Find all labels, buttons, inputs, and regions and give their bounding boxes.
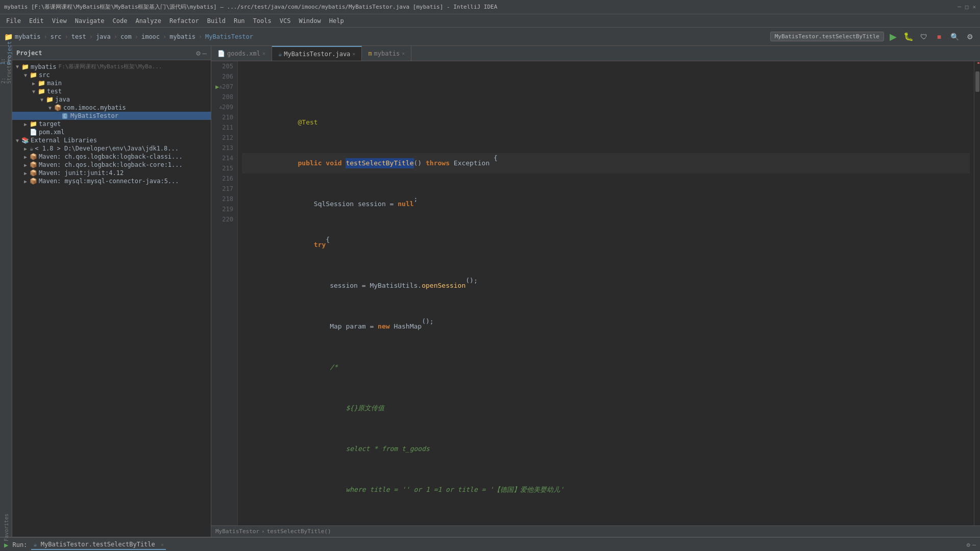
code-editor[interactable]: 205 206 ▶ ⚠ 207 208 ⚠ 209 210 211 212 21…	[211, 61, 980, 525]
coverage-button[interactable]: 🛡	[918, 31, 930, 43]
debug-button[interactable]: 🐛	[902, 31, 915, 43]
gutter-211: 211	[215, 122, 233, 133]
run-icon: ▶	[4, 541, 8, 549]
run-settings-btn[interactable]: ⚙	[967, 541, 970, 548]
breadcrumb-com[interactable]: com	[120, 33, 132, 40]
favorites-icon[interactable]: Favorites	[1, 522, 11, 533]
maximize-btn[interactable]: □	[965, 4, 969, 10]
menu-tools[interactable]: Tools	[249, 16, 276, 26]
menu-navigate[interactable]: Navigate	[71, 16, 109, 26]
menu-help[interactable]: Help	[325, 16, 348, 26]
menu-analyze[interactable]: Analyze	[131, 16, 165, 26]
run-minimize-btn[interactable]: –	[972, 541, 976, 548]
menu-build[interactable]: Build	[203, 16, 230, 26]
code-content[interactable]: @Test public void testSelectByTitle() th…	[238, 61, 974, 525]
breadcrumb-class[interactable]: MyBatisTestor	[205, 33, 253, 40]
tree-testor-label: MyBatisTestor	[70, 112, 118, 119]
left-sidebar: 1: Project 2: Structure Favorites	[0, 46, 12, 537]
tree-jdk[interactable]: ▶ ☕ < 1.8 > D:\Developer\env\Java\jdk1.8…	[12, 144, 211, 153]
settings-button[interactable]: ⚙	[964, 31, 976, 43]
minimize-btn[interactable]: ─	[958, 4, 961, 10]
run-tab-label: MyBatisTestor.testSelectByTitle	[41, 541, 155, 548]
breadcrumb-class-name: MyBatisTestor	[215, 528, 259, 535]
run-tab-close[interactable]: ✕	[161, 542, 164, 547]
breadcrumb-test[interactable]: test	[71, 33, 86, 40]
run-marker-207: ▶	[215, 82, 219, 92]
run-config-selector[interactable]: MyBatisTestor.testSelectByTitle	[770, 32, 884, 41]
tab-goods-xml[interactable]: 📄 goods.xml ✕	[211, 46, 272, 61]
tree-java[interactable]: ▼ 📁 java	[12, 95, 211, 104]
tree-mybatis-path: F:\慕课网课程\MyBatis框架\MyBa...	[59, 63, 162, 70]
menu-code[interactable]: Code	[109, 16, 132, 26]
gutter-206: 206	[215, 71, 233, 82]
menu-view[interactable]: View	[48, 16, 71, 26]
close-btn[interactable]: ✕	[972, 4, 976, 10]
tree-arrow-package: ▼	[47, 105, 53, 111]
xml-icon-pom: 📄	[30, 129, 37, 136]
breadcrumb-java[interactable]: java	[96, 33, 111, 40]
menu-run[interactable]: Run	[230, 16, 249, 26]
breadcrumb-src[interactable]: src	[51, 33, 62, 40]
menu-vcs[interactable]: VCS	[276, 16, 295, 26]
search-button[interactable]: 🔍	[948, 31, 961, 43]
var-session2: session	[330, 281, 358, 291]
menu-window[interactable]: Window	[295, 16, 325, 26]
tree-ext-libs[interactable]: ▼ 📚 External Libraries	[12, 136, 211, 144]
project-settings-btn[interactable]: ⚙	[196, 49, 200, 57]
package-icon: 📦	[54, 104, 62, 111]
tree-main[interactable]: ▶ 📁 main	[12, 79, 211, 87]
editor-breadcrumb: MyBatisTestor › testSelectByTitle()	[211, 525, 980, 537]
comment-open-1: /*	[330, 362, 338, 372]
tree-junit[interactable]: ▶ 📦 Maven: junit:junit:4.12	[12, 169, 211, 177]
tree-mysql[interactable]: ▶ 📦 Maven: mysql:mysql-connector-java:5.…	[12, 177, 211, 185]
method-opensession: openSession	[422, 281, 465, 291]
tab-mybatistestor[interactable]: ☕ MyBatisTestor.java ✕	[272, 46, 362, 61]
run-tab-mybatistestor[interactable]: ☕ MyBatisTestor.testSelectByTitle ✕	[31, 540, 166, 550]
tree-mybatis-root[interactable]: ▼ 📁 mybatis F:\慕课网课程\MyBatis框架\MyBa...	[12, 62, 211, 71]
tree-src[interactable]: ▼ 📁 src	[12, 71, 211, 79]
tree-mybatistestor[interactable]: C MyBatisTestor	[12, 112, 211, 120]
comment-original: ${}原文传值	[346, 403, 384, 413]
type-exception: Exception	[454, 158, 489, 168]
var-session: session	[358, 199, 386, 209]
menu-edit[interactable]: Edit	[25, 16, 48, 26]
var-param: param	[346, 321, 365, 332]
kw-throws: throws	[426, 158, 450, 168]
kw-void: void	[326, 158, 341, 168]
structure-sidebar-icon[interactable]: 2: Structure	[1, 65, 11, 75]
breadcrumb-mybatis2[interactable]: mybatis	[169, 33, 195, 40]
menu-refactor[interactable]: Refactor	[165, 16, 203, 26]
breadcrumb-imooc[interactable]: imooc	[141, 33, 160, 40]
tree-logback-core[interactable]: ▶ 📦 Maven: ch.qos.logback:logback-core:1…	[12, 161, 211, 169]
code-line-211: Map param = new HashMap();	[242, 316, 970, 337]
tree-extlibs-label: External Libraries	[31, 137, 97, 144]
kw-public: public	[298, 158, 322, 168]
tree-arrow-jdk: ▶	[22, 146, 29, 152]
run-button[interactable]: ▶	[887, 31, 899, 43]
tab-goods-xml-close[interactable]: ✕	[262, 51, 265, 56]
gutter-208: 208	[215, 92, 233, 102]
run-label: Run:	[12, 541, 27, 548]
breadcrumb-mybatis[interactable]: mybatis	[15, 33, 41, 40]
tree-target[interactable]: ▶ 📁 target	[12, 120, 211, 128]
tab-goods-xml-label: goods.xml	[227, 50, 260, 57]
tree-package[interactable]: ▼ 📦 com.imooc.mybatis	[12, 104, 211, 112]
project-collapse-btn[interactable]: –	[203, 49, 207, 57]
project-panel: Project ⚙ – ▼ 📁 mybatis F:\慕课网课程\MyBatis…	[12, 46, 211, 537]
tab-mybatis[interactable]: m mybatis ✕	[362, 46, 411, 61]
tab-mybatis-close[interactable]: ✕	[402, 51, 405, 56]
menu-file[interactable]: File	[2, 16, 25, 26]
annotation-test: @Test	[298, 117, 318, 128]
title-bar: mybatis [F:\慕课网课程\MyBatis框架\MyBatis框架基入门…	[0, 0, 980, 14]
stop-button[interactable]: ■	[933, 31, 945, 43]
gutter-219: 219	[215, 204, 233, 214]
gutter-217: 217	[215, 184, 233, 194]
gutter-215: 215	[215, 163, 233, 173]
tree-logback-classic[interactable]: ▶ 📦 Maven: ch.qos.logback:logback-classi…	[12, 153, 211, 161]
tree-logback-classic-label: Maven: ch.qos.logback:logback-classi...	[39, 153, 183, 160]
tab-mybatistestor-close[interactable]: ✕	[352, 51, 355, 57]
type-mybatisutils: MyBatisUtils	[370, 281, 418, 291]
tree-test[interactable]: ▼ 📁 test	[12, 87, 211, 95]
tree-pom[interactable]: 📄 pom.xml	[12, 128, 211, 136]
code-line-207: public void testSelectByTitle() throws E…	[242, 153, 970, 173]
